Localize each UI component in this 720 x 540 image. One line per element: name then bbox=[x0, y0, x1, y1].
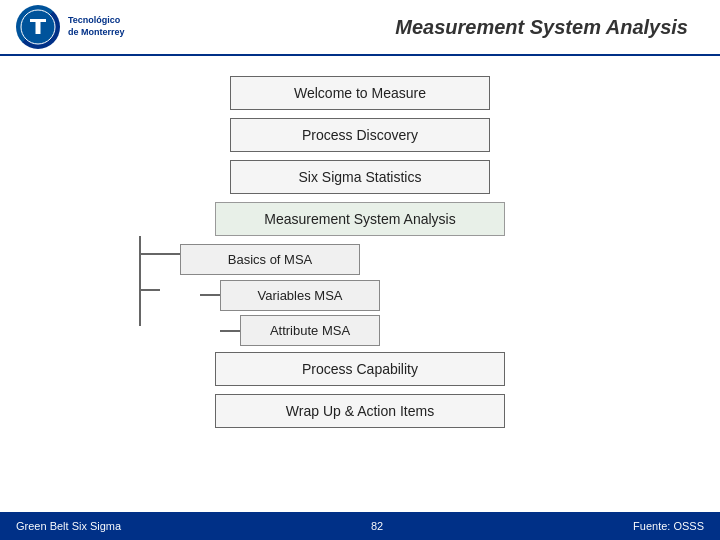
logo-icon bbox=[16, 5, 60, 49]
msa-children: Basics of MSA Variables MSA Attribute MS… bbox=[180, 236, 380, 346]
tree-lines-svg bbox=[120, 236, 180, 346]
variables-row: Variables MSA bbox=[200, 280, 380, 311]
logo-area: Tecnológico de Monterrey bbox=[16, 5, 176, 49]
item-six-sigma[interactable]: Six Sigma Statistics bbox=[230, 160, 490, 194]
header: Tecnológico de Monterrey Measurement Sys… bbox=[0, 0, 720, 56]
item-variables-msa[interactable]: Variables MSA bbox=[220, 280, 380, 311]
basics-row: Basics of MSA bbox=[180, 244, 380, 275]
svg-rect-3 bbox=[36, 22, 41, 34]
msa-section: Measurement System Analysis bbox=[20, 198, 700, 346]
page-title: Measurement System Analysis bbox=[176, 16, 704, 39]
attribute-row: Attribute MSA bbox=[220, 315, 380, 346]
item-attribute-msa[interactable]: Attribute MSA bbox=[240, 315, 380, 346]
footer: Green Belt Six Sigma 82 Fuente: OSSS bbox=[0, 512, 720, 540]
footer-left: Green Belt Six Sigma bbox=[16, 520, 121, 532]
footer-right: Fuente: OSSS bbox=[633, 520, 704, 532]
h-connector-1 bbox=[200, 294, 220, 296]
main-content: Welcome to Measure Process Discovery Six… bbox=[0, 56, 720, 442]
svg-rect-2 bbox=[30, 19, 46, 22]
item-process-discovery[interactable]: Process Discovery bbox=[230, 118, 490, 152]
h-connector-2 bbox=[220, 330, 240, 332]
tree-connector: Basics of MSA Variables MSA Attribute MS… bbox=[120, 236, 380, 346]
footer-center: 82 bbox=[371, 520, 383, 532]
item-process-capability[interactable]: Process Capability bbox=[215, 352, 505, 386]
logo-text: Tecnológico de Monterrey bbox=[68, 15, 125, 38]
item-basics-msa[interactable]: Basics of MSA bbox=[180, 244, 360, 275]
item-welcome[interactable]: Welcome to Measure bbox=[230, 76, 490, 110]
item-msa[interactable]: Measurement System Analysis bbox=[215, 202, 505, 236]
item-wrap-up[interactable]: Wrap Up & Action Items bbox=[215, 394, 505, 428]
